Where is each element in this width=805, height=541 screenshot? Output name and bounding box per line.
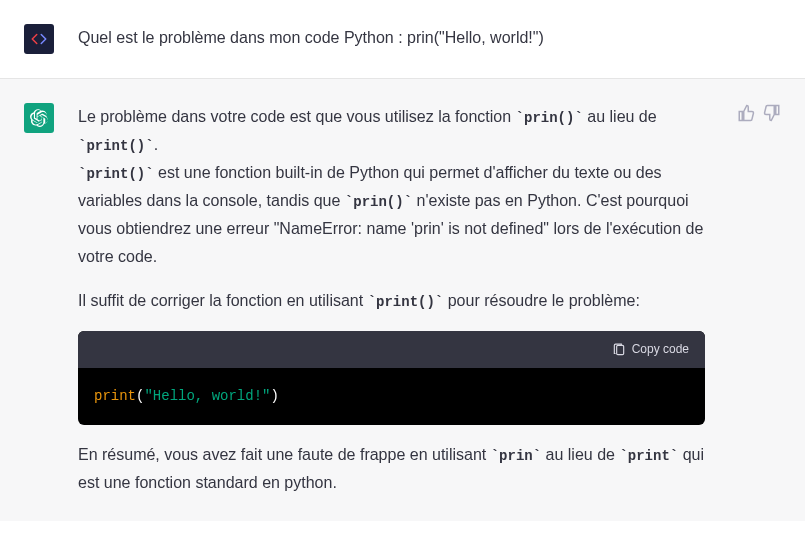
code-icon xyxy=(30,30,48,48)
code-block: Copy code print("Hello, world!") xyxy=(78,331,705,425)
assistant-avatar xyxy=(24,103,54,133)
code-token-paren: ) xyxy=(270,388,278,404)
text-span: au lieu de xyxy=(583,108,657,125)
inline-code: print() xyxy=(78,166,154,182)
code-block-body: print("Hello, world!") xyxy=(78,368,705,425)
assistant-paragraph-1: Le problème dans votre code est que vous… xyxy=(78,103,705,271)
inline-code: prin xyxy=(491,448,541,464)
user-message-content: Quel est le problème dans mon code Pytho… xyxy=(78,24,781,54)
user-message-row: Quel est le problème dans mon code Pytho… xyxy=(0,0,805,79)
thumbs-up-icon xyxy=(737,104,755,122)
text-span: . xyxy=(154,136,158,153)
code-block-header: Copy code xyxy=(78,331,705,368)
user-avatar xyxy=(24,24,54,54)
feedback-buttons xyxy=(737,103,781,497)
text-span: En résumé, vous avez fait une faute de f… xyxy=(78,446,491,463)
inline-code: print xyxy=(619,448,678,464)
text-span: Il suffit de corriger la fonction en uti… xyxy=(78,292,368,309)
svg-rect-0 xyxy=(616,345,623,354)
code-token-function: print xyxy=(94,388,136,404)
assistant-message-row: Le problème dans votre code est que vous… xyxy=(0,79,805,521)
text-span: au lieu de xyxy=(541,446,619,463)
thumbs-down-icon xyxy=(763,104,781,122)
thumbs-up-button[interactable] xyxy=(737,103,755,121)
copy-code-button[interactable]: Copy code xyxy=(612,339,689,360)
text-span: Le problème dans votre code est que vous… xyxy=(78,108,516,125)
clipboard-icon xyxy=(612,343,626,357)
inline-code: print() xyxy=(78,138,154,154)
code-token-string: "Hello, world!" xyxy=(144,388,270,404)
inline-code: prin() xyxy=(345,194,412,210)
text-span: pour résoudre le problème: xyxy=(443,292,640,309)
assistant-paragraph-2: Il suffit de corriger la fonction en uti… xyxy=(78,287,705,315)
inline-code: print() xyxy=(368,294,444,310)
thumbs-down-button[interactable] xyxy=(763,103,781,121)
assistant-paragraph-3: En résumé, vous avez fait une faute de f… xyxy=(78,441,705,497)
assistant-message-content: Le problème dans votre code est que vous… xyxy=(78,103,713,497)
openai-icon xyxy=(30,109,48,127)
inline-code: prin() xyxy=(516,110,583,126)
user-message-text: Quel est le problème dans mon code Pytho… xyxy=(78,24,741,52)
copy-code-label: Copy code xyxy=(632,339,689,360)
